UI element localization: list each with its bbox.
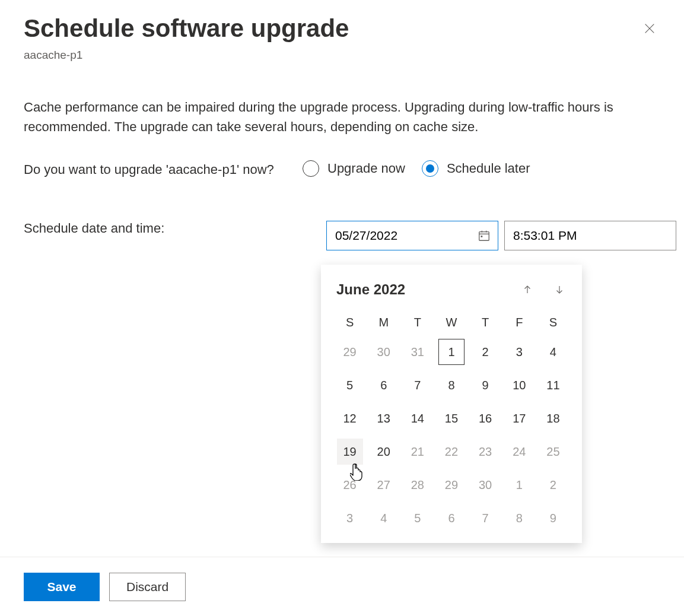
calendar-day-header: T	[400, 310, 434, 335]
calendar-day[interactable]: 6	[434, 501, 468, 535]
close-button[interactable]	[639, 18, 660, 39]
calendar-day[interactable]: 26	[333, 468, 367, 501]
calendar-day[interactable]: 1	[502, 468, 536, 501]
calendar-day[interactable]: 25	[536, 435, 570, 468]
calendar-day[interactable]: 9	[469, 369, 502, 402]
svg-rect-2	[479, 231, 489, 240]
radio-icon	[422, 160, 438, 177]
footer-bar: Save Discard	[0, 557, 684, 616]
calendar-day[interactable]: 13	[367, 402, 400, 435]
radio-icon	[303, 160, 319, 177]
calendar-day[interactable]: 11	[536, 369, 570, 402]
description-text: Cache performance can be impaired during…	[24, 97, 660, 136]
calendar-popup: June 2022 SMTWTFS29303112345678910111213…	[321, 265, 582, 543]
calendar-day[interactable]: 12	[333, 402, 367, 435]
radio-label-now: Upgrade now	[327, 161, 405, 176]
calendar-day[interactable]: 3	[333, 501, 367, 535]
calendar-month-label[interactable]: June 2022	[336, 281, 405, 298]
time-input-wrapper[interactable]	[504, 221, 676, 250]
calendar-day[interactable]: 15	[434, 402, 468, 435]
radio-schedule-later[interactable]: Schedule later	[422, 160, 530, 177]
calendar-day[interactable]: 4	[367, 501, 400, 535]
calendar-day[interactable]: 16	[469, 402, 502, 435]
arrow-up-icon	[522, 284, 533, 295]
calendar-icon	[478, 229, 491, 242]
resource-name: aacache-p1	[24, 49, 660, 62]
calendar-day[interactable]: 30	[367, 335, 400, 369]
calendar-day[interactable]: 18	[536, 402, 570, 435]
calendar-day-header: S	[536, 310, 570, 335]
calendar-prev-button[interactable]	[520, 282, 535, 297]
calendar-day[interactable]: 23	[469, 435, 502, 468]
discard-button[interactable]: Discard	[109, 573, 186, 601]
calendar-day[interactable]: 27	[367, 468, 400, 501]
calendar-day-header: T	[469, 310, 502, 335]
calendar-next-button[interactable]	[552, 282, 567, 297]
calendar-day[interactable]: 5	[400, 501, 434, 535]
upgrade-question-label: Do you want to upgrade 'aacache-p1' now?	[24, 160, 291, 179]
calendar-day[interactable]: 22	[434, 435, 468, 468]
calendar-day[interactable]: 10	[502, 369, 536, 402]
calendar-day[interactable]: 8	[502, 501, 536, 535]
calendar-day[interactable]: 19	[333, 435, 367, 468]
radio-upgrade-now[interactable]: Upgrade now	[303, 160, 405, 177]
calendar-day[interactable]: 2	[469, 335, 502, 369]
calendar-day[interactable]: 3	[502, 335, 536, 369]
calendar-day[interactable]: 2	[536, 468, 570, 501]
calendar-day[interactable]: 14	[400, 402, 434, 435]
calendar-day[interactable]: 24	[502, 435, 536, 468]
calendar-day[interactable]: 21	[400, 435, 434, 468]
calendar-day[interactable]: 9	[536, 501, 570, 535]
calendar-day[interactable]: 17	[502, 402, 536, 435]
time-input[interactable]	[513, 228, 667, 243]
calendar-day-header: W	[434, 310, 468, 335]
calendar-day-header: S	[333, 310, 367, 335]
date-input-wrapper[interactable]	[326, 221, 498, 250]
calendar-day[interactable]: 6	[367, 369, 400, 402]
calendar-day[interactable]: 29	[333, 335, 367, 369]
calendar-day[interactable]: 28	[400, 468, 434, 501]
calendar-day[interactable]: 8	[434, 369, 468, 402]
page-title: Schedule software upgrade	[24, 14, 349, 43]
calendar-day-header: F	[502, 310, 536, 335]
radio-label-later: Schedule later	[447, 161, 530, 176]
calendar-day[interactable]: 30	[469, 468, 502, 501]
calendar-day[interactable]: 7	[400, 369, 434, 402]
calendar-day[interactable]: 4	[536, 335, 570, 369]
svg-rect-6	[481, 236, 483, 237]
save-button[interactable]: Save	[24, 573, 100, 601]
calendar-day[interactable]: 1	[434, 335, 468, 369]
calendar-day[interactable]: 29	[434, 468, 468, 501]
schedule-datetime-label: Schedule date and time:	[24, 221, 314, 236]
close-icon	[643, 22, 656, 35]
date-input[interactable]	[335, 228, 489, 243]
calendar-day-header: M	[367, 310, 400, 335]
calendar-day[interactable]: 5	[333, 369, 367, 402]
calendar-day[interactable]: 20	[367, 435, 400, 468]
calendar-day[interactable]: 7	[469, 501, 502, 535]
arrow-down-icon	[554, 284, 565, 295]
calendar-day[interactable]: 31	[400, 335, 434, 369]
